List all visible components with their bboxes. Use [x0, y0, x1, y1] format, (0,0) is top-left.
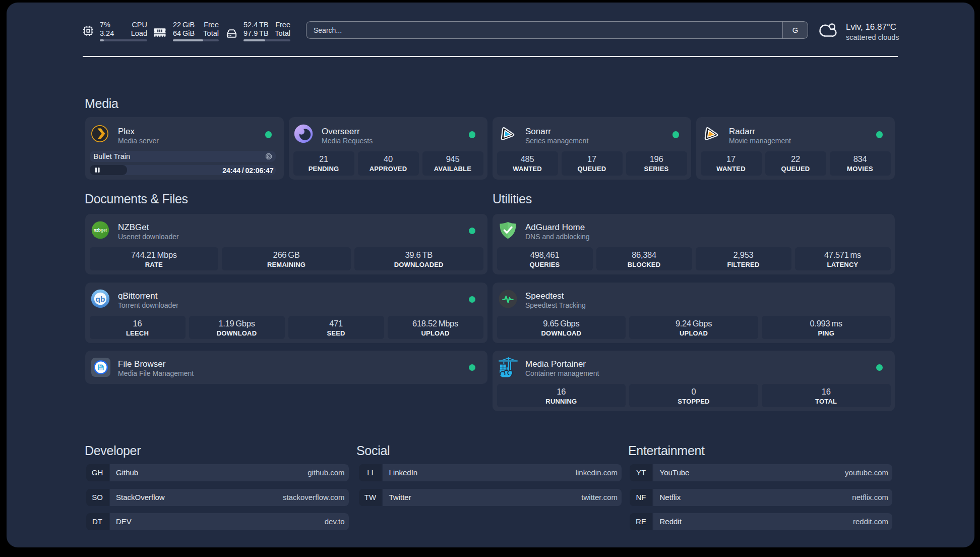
- svg-text:qb: qb: [96, 295, 105, 303]
- svg-text:nzbget: nzbget: [94, 228, 107, 233]
